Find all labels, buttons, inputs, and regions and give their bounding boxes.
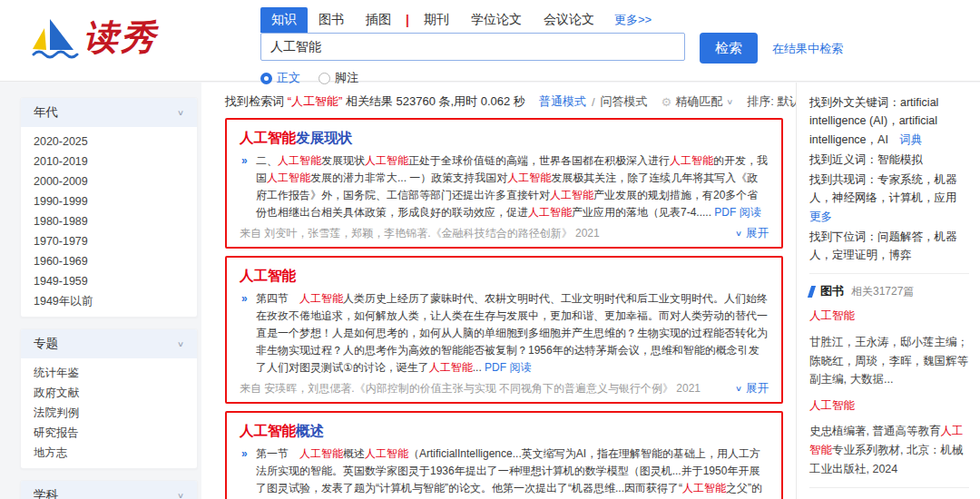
tab-illustrations[interactable]: 插图 [355,7,402,33]
more-tabs-link[interactable]: 更多>> [614,12,652,28]
highlight-keyword: “人工智能” [288,94,343,108]
result-snippet: » 第四节 人工智能人类历史上经历了蒙昧时代、农耕文明时代、工业文明时代和后工业… [240,290,769,377]
facet-item-era[interactable]: 1949年以前 [21,291,197,311]
tab-conference-papers[interactable]: 会议论文 [533,7,605,33]
tab-divider: | [406,13,409,27]
highlight-keyword: 人工智能 [365,447,408,460]
gear-icon: ⚙ [662,95,672,109]
facet-item-era[interactable]: 1990-1999 [21,191,197,211]
facet-title: 年代 [34,104,58,121]
facet-item-era[interactable]: 1970-1979 [21,231,197,251]
chevron-down-icon: ∨ [177,108,184,117]
text-segment: 找到下位词：问题解答，机器人，定理证明，博弈 [809,230,957,261]
result-source: 来自 安瑛晖，刘思偲著.《内部控制的价值主张与实现 不同视角下的普遍意义与银行个… [240,381,701,396]
highlight-keyword: 人工智能 [550,189,593,201]
mode-separator: / [592,95,595,109]
highlight-keyword: 人工智能 [267,171,310,184]
inline-link[interactable]: PDF [485,361,506,374]
synonyms-line: 找到近义词：智能模拟 [809,151,969,169]
facet-title: 学科 [34,487,58,499]
mode-qa-button[interactable]: 问答模式 [601,93,648,110]
scope-option-body[interactable]: 正文 [260,70,300,86]
inline-link[interactable]: 词典 [899,133,922,146]
sort-dropdown[interactable]: 排序: 默认排序 ∨ [747,93,796,110]
text-segment: 找到共现词：专家系统，机器人，神经网络，计算机，应用 [809,173,957,204]
facet-card-era: 年代 ∨ 2020-2025 2010-2019 2000-2009 1990-… [20,97,198,318]
radio-selected-icon[interactable] [260,73,272,84]
sort-label: 排序: 默认排序 [747,93,796,110]
text-segment: 专业系列教材, 北京：机械工业出版社, 2024 [809,444,963,475]
text-segment: 产业应用的落地（见表7-4..... [572,206,714,219]
tab-theses[interactable]: 学位论文 [460,7,533,33]
books-section-title[interactable]: 图书 [820,283,844,299]
text-segment: 发展现状 [296,130,352,145]
highlight-keyword: 人工智能 [240,268,296,283]
book-title-link[interactable]: 人工智能 [809,307,969,326]
text-segment: 找到检索词 [225,94,288,108]
highlight-keyword: 人工智能 [365,154,408,167]
chevron-down-icon: ∨ [177,339,184,348]
text-segment: 概述 [343,447,365,460]
snippet-arrow-icon: » [241,290,248,308]
result-source: 来自 刘变叶，张雪莲，郑颖，李艳锦著.《金融科技结合的路径创新》 2021 [240,226,600,241]
facet-item-era[interactable]: 2010-2019 [21,152,197,171]
text-segment: 第四节 [256,292,299,305]
highlight-keyword: 人工智能 [299,292,343,305]
facet-item-era[interactable]: 1960-1969 [21,251,197,271]
highlight-keyword: 人工智能 [278,154,321,167]
cooccurrence-line: 找到共现词：专家系统，机器人，神经网络，计算机，应用 更多 [809,171,969,226]
facet-header-topic[interactable]: 专题 ∨ [21,329,197,358]
highlight-keyword: 人工智能 [528,206,572,219]
facet-item-era[interactable]: 1949-1959 [21,271,197,291]
inline-link[interactable]: 阅读 [509,361,531,374]
search-input[interactable] [260,33,685,61]
result-title[interactable]: 人工智能概述 [240,422,769,441]
book-title-link[interactable]: 人工智能 [809,396,969,416]
text-segment: 二、 [256,154,278,167]
divider [809,487,969,488]
text-segment: 史忠植编著, 普通高等教育 [809,425,940,437]
search-button[interactable]: 检索 [700,33,758,64]
book-description: 史忠植编著, 普通高等教育人工智能专业系列教材, 北京：机械工业出版社, 202… [809,422,969,478]
text-segment: 甘胜江，王永涛，邸小莲主编；陈晓红，周琰，李晖，魏国辉等副主编, 大数据... [809,336,968,386]
radio-unselected-icon[interactable] [318,73,330,84]
expand-button[interactable]: ∨ 展开 [735,226,769,241]
facet-card-topic: 专题 ∨ 统计年鉴 政府文献 法院判例 研究报告 地方志 [20,328,198,469]
books-section-header: 图书 相关31727篇 [809,283,969,299]
exact-match-label: 精确匹配 [675,93,722,110]
facet-header-discipline[interactable]: 学科 ∨ [21,481,197,499]
chevron-down-icon: ∨ [726,97,733,106]
text-segment: 找到近义词：智能模拟 [809,153,923,166]
tab-knowledge[interactable]: 知识 [260,7,308,33]
scope-option-footnote[interactable]: 脚注 [318,70,358,86]
inline-link[interactable]: 更多 [809,210,832,223]
facet-item-topic[interactable]: 研究报告 [21,423,197,443]
facet-item-era[interactable]: 2000-2009 [21,171,197,191]
foreign-keywords-line: 找到外文关键词：artificial intelligence (AI)，art… [809,93,969,149]
search-in-results-link[interactable]: 在结果中检索 [772,41,843,57]
duxiu-logo[interactable]: 读秀 [31,15,158,61]
tab-journals[interactable]: 期刊 [413,7,460,33]
tab-books[interactable]: 图书 [308,7,355,33]
brand-name: 读秀 [83,15,158,61]
chevron-down-icon: ∨ [735,385,742,394]
text-segment: ... [473,361,485,374]
facet-item-topic[interactable]: 政府文献 [21,383,197,403]
facet-item-era[interactable]: 1980-1989 [21,211,197,231]
inline-link[interactable]: PDF [714,206,736,219]
snippet-arrow-icon: » [241,445,248,463]
inline-link[interactable]: 阅读 [740,206,761,219]
result-title[interactable]: 人工智能 [240,267,769,286]
mode-normal-button[interactable]: 普通模式 [539,93,586,110]
facet-header-era[interactable]: 年代 ∨ [21,98,197,127]
results-summary: 找到检索词 “人工智能” 相关结果 523760 条,用时 0.062 秒 [225,93,525,110]
result-title[interactable]: 人工智能发展现状 [240,129,769,148]
expand-button[interactable]: ∨ 展开 [735,381,769,396]
facet-item-topic[interactable]: 统计年鉴 [21,363,197,383]
search-tabs: 知识 图书 插图 | 期刊 学位论文 会议论文 更多>> [260,7,843,33]
page-header: 读秀 知识 图书 插图 | 期刊 学位论文 会议论文 更多>> 检索 在结果中检… [0,0,980,82]
facet-item-topic[interactable]: 法院判例 [21,403,197,423]
facet-item-topic[interactable]: 地方志 [21,443,197,463]
facet-item-era[interactable]: 2020-2025 [21,132,197,152]
exact-match-dropdown[interactable]: ⚙ 精确匹配 ∨ [662,93,734,110]
